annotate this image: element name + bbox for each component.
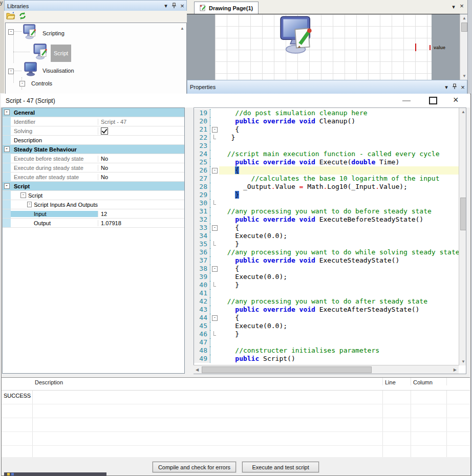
- properties-chevron-down-icon[interactable]: ▾: [442, 84, 450, 91]
- code-text[interactable]: Execute(0.0);: [219, 322, 459, 330]
- code-text[interactable]: public override void ExecuteBeforeSteady…: [219, 215, 459, 224]
- line-number[interactable]: 36: [194, 248, 210, 256]
- code-line-46[interactable]: 46 }: [194, 330, 459, 338]
- libraries-tree[interactable]: - Scripting Script - Visualisation - Con…: [5, 23, 187, 94]
- editor-scroll-left-icon[interactable]: ◀: [196, 367, 199, 372]
- line-number[interactable]: 20: [194, 117, 210, 125]
- code-text[interactable]: }: [219, 330, 459, 338]
- line-number[interactable]: 49: [194, 355, 210, 363]
- code-line-19[interactable]: 19 //do post simulation cleanup here: [194, 109, 459, 117]
- fold-box-icon[interactable]: -: [212, 127, 218, 133]
- script-block-icon[interactable]: [278, 15, 317, 60]
- connector-red-marker[interactable]: [415, 44, 416, 51]
- editor-vscrollbar[interactable]: ▲ ▼: [459, 108, 466, 365]
- code-line-27[interactable]: 27 //calculates the base 10 logarithm of…: [194, 175, 459, 183]
- fold-margin[interactable]: -: [210, 224, 219, 232]
- line-number[interactable]: 42: [194, 297, 210, 306]
- refresh-icon[interactable]: [18, 12, 27, 22]
- collapse-icon[interactable]: -: [27, 202, 32, 207]
- property-row-execute-after-steady-state[interactable]: Execute after steady stateNo: [3, 172, 184, 182]
- editor-scroll-up-icon[interactable]: ▲: [461, 110, 465, 114]
- line-number[interactable]: 38: [194, 265, 210, 273]
- code-text[interactable]: public override void ExecuteSteadyState(…: [219, 256, 459, 265]
- code-line-25[interactable]: 25 public override void Execute(double T…: [194, 158, 459, 166]
- code-line-20[interactable]: 20 public override void Cleanup(): [194, 117, 459, 125]
- messages-table[interactable]: Description Line Column SUCCESS: [2, 377, 470, 458]
- property-row-input[interactable]: Input12: [3, 209, 184, 219]
- code-line-31[interactable]: 31 //any processing you want to do befor…: [194, 207, 459, 215]
- code-text[interactable]: {: [219, 314, 459, 322]
- port-red-marker[interactable]: [430, 45, 431, 50]
- code-line-36[interactable]: 36 //any processing you want to do while…: [194, 248, 459, 256]
- collapse-icon[interactable]: -: [4, 183, 10, 189]
- code-text[interactable]: //constructer initialises parameters: [219, 347, 459, 355]
- code-line-49[interactable]: 49 public Script(): [194, 355, 459, 363]
- collapse-icon[interactable]: -: [4, 110, 10, 115]
- fold-margin[interactable]: -: [210, 314, 219, 322]
- code-line-39[interactable]: 39 Execute(0.0);: [194, 273, 459, 281]
- canvas-vscroll-thumb[interactable]: [461, 23, 467, 32]
- open-folder-icon[interactable]: [6, 12, 15, 21]
- code-text[interactable]: //any processing you want to do after st…: [219, 297, 459, 306]
- fold-margin[interactable]: -: [210, 166, 219, 175]
- fold-box-icon[interactable]: -: [212, 315, 218, 321]
- line-number[interactable]: 46: [194, 330, 210, 338]
- code-line-28[interactable]: 28 _Output.Value = Math.Log10(_Input.Val…: [194, 183, 459, 191]
- message-row-success[interactable]: SUCCESS: [2, 391, 470, 404]
- line-number[interactable]: 25: [194, 158, 210, 166]
- line-number[interactable]: 19: [194, 109, 210, 117]
- code-line-33[interactable]: 33- {: [194, 224, 459, 232]
- fold-box-icon[interactable]: -: [212, 266, 218, 272]
- property-value[interactable]: No: [98, 156, 184, 162]
- property-value[interactable]: No: [98, 165, 184, 171]
- editor-hscroll-thumb[interactable]: [202, 366, 372, 373]
- properties-pin-icon[interactable]: [450, 83, 459, 91]
- tree-scroll-up-icon[interactable]: ▲: [180, 26, 184, 31]
- chevron-down-icon[interactable]: ▾: [162, 3, 170, 9]
- line-number[interactable]: 45: [194, 322, 210, 330]
- libraries-panel-header[interactable]: Libraries ▾ ×: [4, 0, 187, 12]
- line-number[interactable]: 41: [194, 289, 210, 297]
- code-text[interactable]: {: [219, 224, 459, 232]
- property-value[interactable]: [98, 127, 184, 135]
- property-row-execute-during-steady-state[interactable]: Execute during steady stateNo: [3, 163, 184, 172]
- message-row-empty[interactable]: [2, 446, 470, 458]
- line-column-header[interactable]: Line: [383, 378, 411, 385]
- drawing-close-icon[interactable]: ×: [458, 2, 466, 10]
- line-number[interactable]: 24: [194, 150, 210, 158]
- pin-icon[interactable]: [170, 3, 178, 10]
- property-value[interactable]: Script - 47: [98, 119, 184, 125]
- scroll-down-icon[interactable]: ▼: [462, 74, 466, 78]
- code-text[interactable]: {: [219, 125, 459, 134]
- code-line-21[interactable]: 21- {: [194, 125, 459, 134]
- code-line-42[interactable]: 42 //any processing you want to do after…: [194, 297, 459, 306]
- code-text[interactable]: {: [219, 265, 459, 273]
- code-text[interactable]: public override void Cleanup(): [219, 117, 459, 125]
- editor-hscrollbar[interactable]: ◀ ▶: [194, 365, 459, 374]
- line-number[interactable]: 22: [194, 134, 210, 142]
- tree-item-visualisation[interactable]: Visualisation: [42, 68, 74, 74]
- tree-item-controls[interactable]: Controls: [31, 80, 52, 86]
- column-column-header[interactable]: Column: [411, 378, 447, 385]
- code-line-29[interactable]: 29 }: [194, 191, 459, 199]
- code-line-24[interactable]: 24 //script main execution function - ca…: [194, 150, 459, 158]
- code-text[interactable]: }: [219, 134, 459, 142]
- code-text[interactable]: //calculates the base 10 logarithm of th…: [219, 175, 459, 183]
- execute-button[interactable]: Execute and test script: [242, 462, 319, 472]
- fold-margin[interactable]: -: [210, 125, 219, 134]
- message-row-empty[interactable]: [2, 432, 470, 446]
- line-number[interactable]: 29: [194, 191, 210, 199]
- line-number[interactable]: 26: [194, 166, 210, 175]
- code-line-32[interactable]: 32 public override void ExecuteBeforeSte…: [194, 215, 459, 224]
- scroll-up-icon[interactable]: ▲: [462, 16, 466, 20]
- fold-box-icon[interactable]: -: [212, 168, 218, 174]
- description-column-header[interactable]: Description: [33, 378, 383, 385]
- code-text[interactable]: public override void Execute(double Time…: [219, 158, 459, 166]
- code-text[interactable]: [219, 142, 459, 150]
- code-line-45[interactable]: 45 Execute(0.0);: [194, 322, 459, 330]
- code-text[interactable]: //do post simulation cleanup here: [219, 109, 459, 117]
- solving-checkbox[interactable]: [101, 127, 108, 135]
- line-number[interactable]: 39: [194, 273, 210, 281]
- code-line-26[interactable]: 26- {: [194, 166, 459, 175]
- drawing-chevron-down-icon[interactable]: ▾: [449, 4, 458, 10]
